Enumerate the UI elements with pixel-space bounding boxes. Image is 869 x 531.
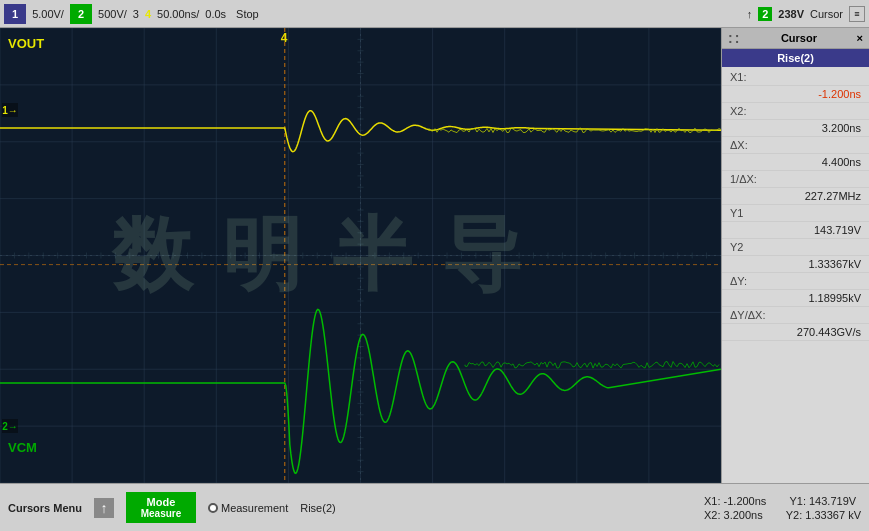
dx-row: ΔX: [722,137,869,154]
y2-value-row: 1.33367kV [722,256,869,273]
inv-dx-value-display: 227.27MHz [805,190,861,202]
x2-value-display: 3.200ns [822,122,861,134]
dy-dx-value-row: 270.443GV/s [722,324,869,341]
inv-dx-row: 1/ΔX: [722,171,869,188]
y1-value-display: 143.719V [814,224,861,236]
bottom-right-summary: X1: -1.200ns Y1: 143.719V X2: 3.200ns Y2… [704,495,861,521]
dy-dx-row: ΔY/ΔX: [722,307,869,324]
dy-dx-value-display: 270.443GV/s [797,326,861,338]
dy-value-display: 1.18995kV [808,292,861,304]
inv-dx-value-row: 227.27MHz [722,188,869,205]
x1-value-row: -1.200ns [722,86,869,103]
ch1-marker: 1→ [2,103,18,117]
ch1-scale: 5.00V/ [32,8,64,20]
x1-label: X1: [730,71,747,83]
inv-dx-label: 1/ΔX: [730,173,757,185]
timebase-item: 50.00ns/ [157,8,199,20]
dx-value-display: 4.400ns [822,156,861,168]
trigger-pos-item: 0.0s [205,8,226,20]
voltage-display: 238V [778,8,804,20]
measure-label: Measure [138,508,184,519]
ch4-item: 4 [145,8,151,20]
x1-value-display: -1.200ns [818,88,861,100]
y1-value-row: 143.719V [722,222,869,239]
trigger-arrow: ↑ [747,8,753,20]
cursor-label: Cursor [810,8,843,20]
ch2-scale-value: 500V/ [98,8,127,20]
panel-dots: :: [728,30,741,46]
y1-summary: Y1: 143.719V [789,495,856,507]
trigger-pos-value: 0.0s [205,8,226,20]
ch2-label: 2 [78,8,84,20]
panel-title: Cursor [781,32,817,44]
radio-label: Measurement [221,502,288,514]
cursor-section-label[interactable]: Rise(2) [722,49,869,67]
ch1-button[interactable]: 1 [4,4,26,24]
dy-row: ΔY: [722,273,869,290]
ch3-item: 3 [133,8,139,20]
measurement-radio[interactable]: Measurement [208,502,288,514]
x1-summary-row: X1: -1.200ns Y1: 143.719V [704,495,861,507]
toolbar-right: ↑ 2 238V Cursor ≡ [747,6,865,22]
vcm-label: VCM [8,440,37,455]
x1-row: X1: [722,69,869,86]
y2-summary: Y2: 1.33367 kV [786,509,861,521]
oscilloscope-canvas [0,28,721,483]
toolbar: 1 5.00V/ 2 500V/ 3 4 50.00ns/ 0.0s Stop … [0,0,869,28]
panel-header: :: Cursor × [722,28,869,49]
y2-label: Y2 [730,241,743,253]
mode-label: Mode [138,496,184,508]
y1-label: Y1 [730,207,743,219]
menu-icon[interactable]: ≡ [849,6,865,22]
scope-screen[interactable]: VOUT VCM 数 明 半 导 1→ 2→ [0,28,721,483]
rise-label: Rise(2) [300,502,335,514]
cursor-panel: :: Cursor × Rise(2) X1: -1.200ns X2: 3.2… [721,28,869,483]
timebase-value: 50.00ns/ [157,8,199,20]
dy-value-row: 1.18995kV [722,290,869,307]
bottom-bar: Cursors Menu ↑ Mode Measure Measurement … [0,483,869,531]
radio-circle [208,503,218,513]
y1-row: Y1 [722,205,869,222]
x2-summary: X2: 3.200ns [704,509,763,521]
cursors-menu-label: Cursors Menu [8,502,82,514]
ch3-label: 3 [133,8,139,20]
x2-label: X2: [730,105,747,117]
main-area: VOUT VCM 数 明 半 导 1→ 2→ :: Cursor × Rise(… [0,28,869,483]
trig-ch: 2 [758,7,772,21]
bottom-arrow-button[interactable]: ↑ [94,498,114,518]
x1-summary: X1: -1.200ns [704,495,766,507]
ch4-label: 4 [145,8,151,20]
dy-dx-label: ΔY/ΔX: [730,309,765,321]
ch2-marker: 2→ [2,419,18,433]
y2-row: Y2 [722,239,869,256]
ch1-label: 1 [12,8,18,20]
x2-summary-row: X2: 3.200ns Y2: 1.33367 kV [704,509,861,521]
ch2-scale: 500V/ [98,8,127,20]
x2-row: X2: [722,103,869,120]
dx-label: ΔX: [730,139,748,151]
ch1-scale-value: 5.00V/ [32,8,64,20]
dy-label: ΔY: [730,275,747,287]
vout-label: VOUT [8,36,44,51]
mode-button[interactable]: Mode Measure [126,492,196,523]
panel-close-icon[interactable]: × [857,32,863,44]
x2-value-row: 3.200ns [722,120,869,137]
status-label: Stop [236,8,259,20]
ch2-button[interactable]: 2 [70,4,92,24]
dx-value-row: 4.400ns [722,154,869,171]
y2-value-display: 1.33367kV [808,258,861,270]
